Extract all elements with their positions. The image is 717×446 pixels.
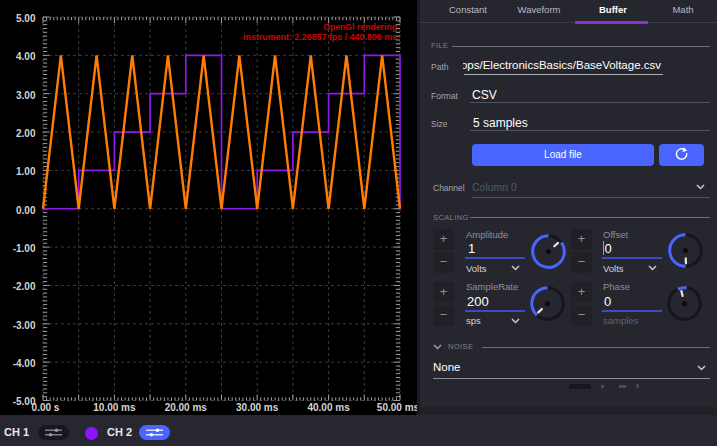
svg-text:0.00: 0.00 (16, 205, 36, 216)
svg-text:-1.00: -1.00 (13, 243, 36, 254)
svg-text:0.00 s: 0.00 s (32, 402, 60, 413)
svg-text:50.00 ms: 50.00 ms (377, 402, 418, 413)
svg-text:5.00: 5.00 (16, 13, 36, 24)
svg-text:3.00: 3.00 (16, 90, 36, 101)
svg-text:1.00: 1.00 (16, 166, 36, 177)
svg-text:-2.00: -2.00 (13, 281, 36, 292)
svg-text:2.00: 2.00 (16, 128, 36, 139)
svg-text:instrument: 2.26857 fps / 440.: instrument: 2.26857 fps / 440.806 ms (243, 32, 397, 42)
svg-text:4.00: 4.00 (16, 51, 36, 62)
svg-text:-3.00: -3.00 (13, 320, 36, 331)
svg-text:-4.00: -4.00 (13, 358, 36, 369)
svg-text:10.00 ms: 10.00 ms (93, 402, 136, 413)
svg-text:30.00 ms: 30.00 ms (236, 402, 279, 413)
svg-text:40.00 ms: 40.00 ms (307, 402, 350, 413)
svg-text:20.00 ms: 20.00 ms (165, 402, 208, 413)
svg-text:OpenGl rendering: OpenGl rendering (323, 22, 397, 32)
